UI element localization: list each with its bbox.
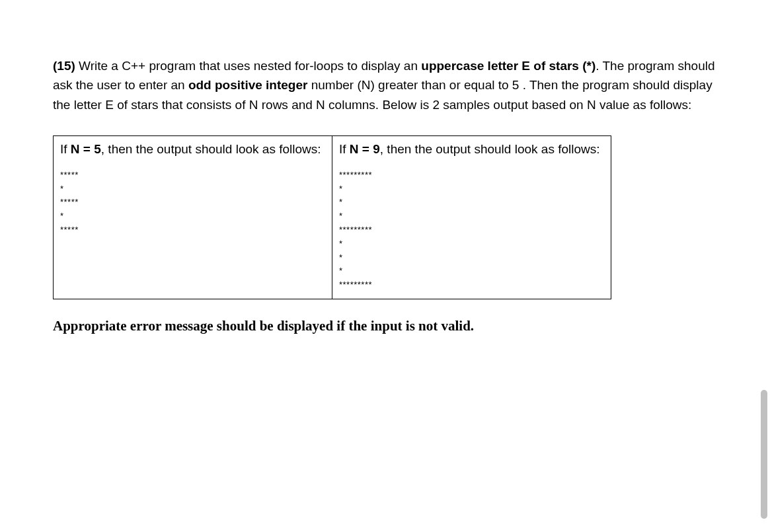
example-header-bold: N = 9 xyxy=(350,142,380,156)
example-header-suffix: , then the output should look as follows… xyxy=(101,142,321,156)
example-header-bold: N = 5 xyxy=(71,142,101,156)
table-row: If N = 5, then the output should look as… xyxy=(54,136,611,299)
error-note: Appropriate error message should be disp… xyxy=(53,318,717,334)
star-output-left: ***** * ***** * ***** xyxy=(60,169,325,237)
example-header-suffix: , then the output should look as follows… xyxy=(380,142,600,156)
star-output-right: ********* * * * ********* * * * ********… xyxy=(339,169,604,292)
question-text: (15) Write a C++ program that uses neste… xyxy=(53,56,717,114)
example-header-prefix: If xyxy=(60,142,71,156)
example-header-left: If N = 5, then the output should look as… xyxy=(60,140,325,159)
question-segment-1: Write a C++ program that uses nested for… xyxy=(75,59,421,73)
question-bold-1: uppercase letter E of stars (*) xyxy=(421,59,596,73)
example-header-right: If N = 9, then the output should look as… xyxy=(339,140,604,159)
example-header-prefix: If xyxy=(339,142,350,156)
question-number: (15) xyxy=(53,59,75,73)
examples-table: If N = 5, then the output should look as… xyxy=(53,135,611,299)
scrollbar-track[interactable] xyxy=(759,0,769,532)
document-page: (15) Write a C++ program that uses neste… xyxy=(0,0,770,361)
scrollbar-thumb[interactable] xyxy=(761,390,767,519)
example-cell-right: If N = 9, then the output should look as… xyxy=(332,136,611,299)
example-cell-left: If N = 5, then the output should look as… xyxy=(54,136,332,299)
question-bold-2: odd positive integer xyxy=(188,78,308,92)
